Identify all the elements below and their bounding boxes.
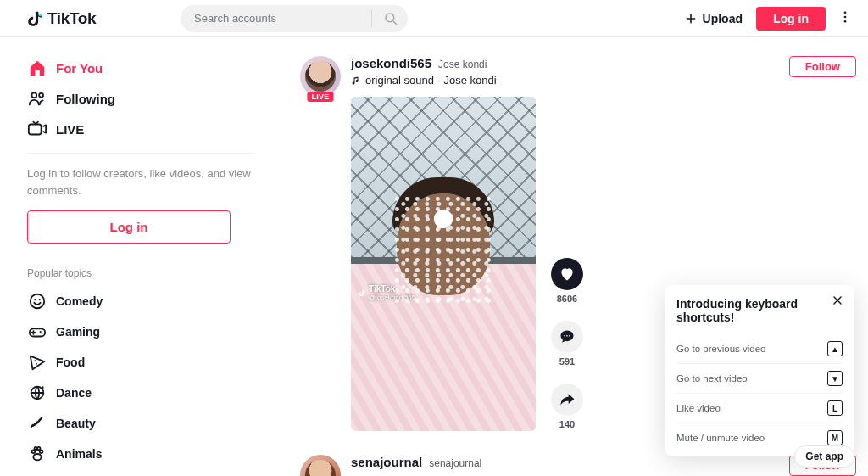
pizza-icon <box>28 353 47 372</box>
more-menu[interactable] <box>837 9 853 28</box>
shortcut-row: Like video L <box>676 393 843 423</box>
search-icon <box>383 11 398 26</box>
shortcut-row: Go to previous video ▲ <box>676 334 843 363</box>
share-icon <box>559 391 576 408</box>
username[interactable]: josekondi565 <box>351 56 431 70</box>
globe-icon <box>28 384 47 402</box>
divider <box>27 153 256 154</box>
nav-for-you[interactable]: For You <box>27 53 256 83</box>
svg-point-12 <box>40 331 42 333</box>
svg-point-8 <box>31 294 45 309</box>
topic-label: Food <box>56 356 85 369</box>
svg-point-19 <box>40 450 43 453</box>
svg-point-3 <box>844 15 847 18</box>
nav-live[interactable]: LIVE <box>27 114 256 144</box>
topic-animals[interactable]: Animals <box>27 439 256 469</box>
search-button[interactable] <box>374 5 408 32</box>
shortcut-row: Go to next video ▼ <box>676 363 843 393</box>
topics-heading: Popular topics <box>27 267 256 279</box>
key-icon: ▲ <box>827 341 843 356</box>
share-button[interactable]: 140 <box>551 384 583 429</box>
paw-icon <box>28 445 47 463</box>
topic-label: Animals <box>56 447 102 461</box>
display-name: Jose kondi <box>438 59 487 70</box>
sidebar: For You Following LIVE Log in to follow … <box>0 37 271 476</box>
nav-label: Following <box>56 92 115 106</box>
svg-point-26 <box>569 335 570 337</box>
topic-label: Gaming <box>56 325 100 339</box>
action-rail: 8606 591 140 <box>551 97 583 431</box>
svg-line-1 <box>393 21 397 25</box>
upload-button[interactable]: Upload <box>684 12 743 25</box>
share-count: 140 <box>559 419 575 429</box>
search-box[interactable] <box>181 5 408 32</box>
follow-button[interactable]: Follow <box>789 56 856 77</box>
header: TikTok Upload Log in <box>0 0 868 37</box>
svg-point-9 <box>34 299 36 300</box>
avatar[interactable] <box>300 455 341 476</box>
video-player[interactable]: TikTok @josekondi565 <box>351 97 536 431</box>
tooltip-title: Introducing keyboard shortcuts! <box>676 297 843 324</box>
topic-gaming[interactable]: Gaming <box>27 316 256 347</box>
sound-row[interactable]: original sound - Jose kondi <box>351 74 856 87</box>
tiktok-note-icon <box>358 288 366 297</box>
topic-food[interactable]: Food <box>27 347 256 378</box>
avatar[interactable]: LIVE <box>300 56 341 97</box>
login-prompt: Log in to follow creators, like videos, … <box>27 165 256 199</box>
shortcut-label: Go to previous video <box>676 344 765 354</box>
topic-sports[interactable]: Sports <box>27 469 256 476</box>
topic-label: Dance <box>56 386 92 400</box>
sidebar-login-button[interactable]: Log in <box>27 210 231 244</box>
topic-label: Comedy <box>56 294 103 308</box>
shortcut-label: Mute / unmute video <box>676 433 765 443</box>
smile-icon <box>28 292 47 311</box>
svg-point-10 <box>39 299 41 300</box>
svg-point-14 <box>34 360 36 361</box>
music-note-icon <box>351 76 361 86</box>
heart-icon <box>559 266 576 283</box>
shortcut-label: Go to next video <box>676 373 748 384</box>
live-icon <box>27 120 47 138</box>
svg-point-5 <box>31 92 36 98</box>
username[interactable]: senajournal <box>351 455 422 469</box>
close-icon <box>831 294 844 307</box>
svg-point-21 <box>37 447 40 450</box>
close-button[interactable] <box>831 294 844 311</box>
svg-point-24 <box>564 335 565 337</box>
topic-dance[interactable]: Dance <box>27 378 256 408</box>
svg-point-4 <box>844 20 847 22</box>
svg-point-17 <box>33 454 41 460</box>
svg-point-25 <box>566 335 568 337</box>
svg-point-15 <box>36 363 37 365</box>
video-watermark: TikTok @josekondi565 <box>358 284 415 301</box>
svg-point-13 <box>41 333 42 334</box>
header-login-button[interactable]: Log in <box>756 7 826 31</box>
comment-count: 591 <box>559 356 575 367</box>
keyboard-shortcuts-popover: Introducing keyboard shortcuts! Go to pr… <box>665 285 854 456</box>
brand-text: TikTok <box>47 9 96 28</box>
sound-label: original sound - Jose kondi <box>365 74 497 87</box>
like-button[interactable]: 8606 <box>551 258 583 304</box>
svg-point-6 <box>39 93 43 98</box>
topic-comedy[interactable]: Comedy <box>27 286 256 316</box>
comment-button[interactable]: 591 <box>551 321 583 367</box>
post: senajournal senajournal Follow <box>300 455 856 476</box>
nav-following[interactable]: Following <box>27 83 256 114</box>
like-count: 8606 <box>557 294 577 304</box>
display-name: senajournal <box>429 457 481 469</box>
topic-beauty[interactable]: Beauty <box>27 408 256 439</box>
comb-icon <box>28 414 47 433</box>
svg-point-2 <box>844 11 847 14</box>
upload-label: Upload <box>703 12 743 25</box>
live-badge: LIVE <box>307 92 333 102</box>
search-input[interactable] <box>194 12 366 25</box>
svg-point-0 <box>386 14 394 22</box>
tiktok-note-icon <box>25 9 44 28</box>
shortcut-label: Like video <box>676 403 721 413</box>
nav-label: LIVE <box>56 122 84 137</box>
brand-logo[interactable]: TikTok <box>25 9 96 28</box>
get-app-button[interactable]: Get app <box>794 445 854 468</box>
topic-label: Beauty <box>56 417 96 430</box>
key-icon: M <box>827 430 843 445</box>
search-divider <box>371 10 372 27</box>
